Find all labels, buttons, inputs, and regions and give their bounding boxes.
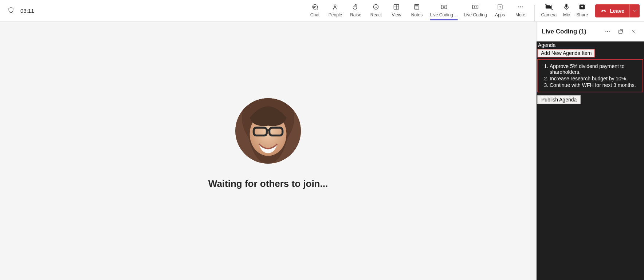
- publish-agenda-button[interactable]: Publish Agenda: [537, 95, 581, 104]
- toolbar-separator: [534, 5, 535, 21]
- agenda-item: Increase research budget by 10%.: [550, 76, 640, 81]
- mic-toggle[interactable]: Mic: [560, 2, 573, 18]
- react-label: React: [370, 12, 382, 17]
- svg-point-0: [334, 5, 336, 7]
- svg-rect-10: [566, 4, 568, 8]
- notes-label: Notes: [411, 12, 423, 17]
- view-icon: [393, 3, 400, 11]
- apps-button[interactable]: Apps: [491, 2, 510, 17]
- notes-icon: [413, 3, 420, 11]
- participant-avatar: [235, 98, 301, 164]
- notes-button[interactable]: Notes: [407, 2, 426, 17]
- svg-point-17: [605, 31, 606, 32]
- people-button[interactable]: People: [326, 2, 345, 17]
- more-label: More: [515, 12, 525, 17]
- svg-point-7: [518, 7, 519, 8]
- meeting-timer: 03:11: [20, 8, 34, 14]
- leave-label: Leave: [610, 8, 624, 14]
- agenda-heading: Agenda: [537, 41, 644, 49]
- app-icon-2: [472, 3, 479, 11]
- more-icon: [517, 3, 524, 11]
- side-panel-header: Live Coding (1): [537, 22, 644, 41]
- svg-point-9: [522, 7, 523, 8]
- add-agenda-item-button[interactable]: Add New Agenda Item: [537, 49, 595, 57]
- react-icon: [372, 3, 380, 11]
- chat-button[interactable]: Chat: [305, 2, 324, 17]
- view-button[interactable]: View: [387, 2, 406, 17]
- agenda-list: Approve 5% dividend payment to sharehold…: [537, 59, 643, 92]
- share-button[interactable]: Share: [574, 2, 590, 18]
- more-button[interactable]: More: [511, 2, 530, 17]
- people-icon: [331, 3, 339, 11]
- app-icon: [440, 3, 448, 11]
- side-panel-content: Agenda Add New Agenda Item Approve 5% di…: [537, 41, 644, 280]
- live-coding-label-2: Live Coding: [464, 12, 487, 17]
- people-label: People: [329, 12, 342, 17]
- waiting-message: Waiting for others to join...: [208, 178, 328, 189]
- chat-icon: [311, 3, 318, 11]
- raise-hand-icon: [352, 3, 359, 11]
- hang-up-icon: [600, 7, 607, 15]
- raise-hand-button[interactable]: Raise: [346, 2, 365, 17]
- agenda-item: Approve 5% dividend payment to sharehold…: [550, 63, 640, 75]
- chat-label: Chat: [310, 12, 319, 17]
- camera-toggle[interactable]: Camera: [539, 2, 559, 18]
- live-coding-tab[interactable]: Live Coding: [462, 2, 489, 17]
- camera-off-icon: [545, 3, 553, 11]
- apps-label: Apps: [495, 12, 505, 17]
- panel-more-button[interactable]: [602, 27, 613, 37]
- svg-rect-5: [472, 5, 478, 9]
- svg-rect-4: [441, 5, 447, 9]
- view-label: View: [392, 12, 401, 17]
- meeting-toolbar: 03:11 Chat People Raise React View Notes: [0, 0, 644, 22]
- share-icon: [578, 3, 586, 11]
- svg-point-18: [607, 31, 608, 32]
- shield-icon: [7, 7, 15, 15]
- live-coding-tab-active[interactable]: Live Coding ...: [428, 2, 460, 17]
- svg-point-19: [609, 31, 610, 32]
- panel-close-button[interactable]: [629, 27, 639, 37]
- raise-label: Raise: [350, 12, 361, 17]
- mic-label: Mic: [563, 12, 570, 17]
- mic-icon: [562, 3, 570, 11]
- agenda-item: Continue with WFH for next 3 months.: [550, 82, 640, 88]
- panel-popout-button[interactable]: [616, 27, 626, 37]
- leave-button[interactable]: Leave: [595, 4, 629, 17]
- leave-options-caret[interactable]: [629, 4, 640, 17]
- apps-icon: [496, 3, 504, 11]
- share-label: Share: [576, 12, 588, 17]
- side-panel-title: Live Coding (1): [542, 28, 600, 35]
- live-coding-label-1: Live Coding ...: [430, 12, 458, 17]
- react-button[interactable]: React: [366, 2, 385, 17]
- camera-label: Camera: [541, 12, 557, 17]
- svg-point-1: [374, 4, 378, 9]
- side-panel: Live Coding (1) Agenda Add New Agenda It…: [536, 22, 644, 280]
- svg-point-8: [520, 7, 521, 8]
- meeting-stage: Waiting for others to join...: [0, 22, 536, 280]
